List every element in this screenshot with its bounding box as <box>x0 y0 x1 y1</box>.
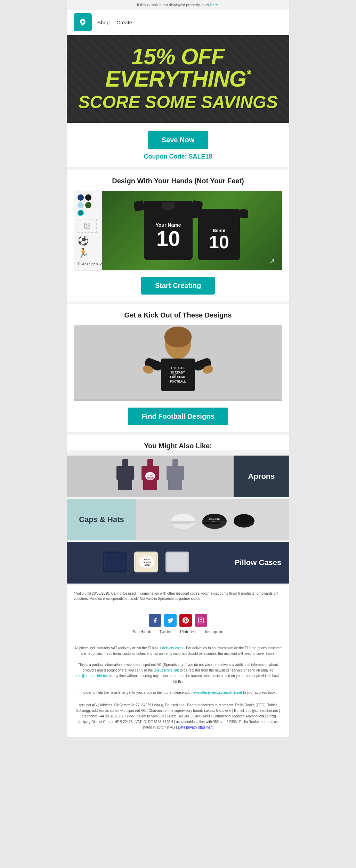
svg-text:THIS GIRL: THIS GIRL <box>171 366 185 370</box>
top-bar-link[interactable]: here. <box>210 3 219 7</box>
caps-images: MONSTER SPIEL <box>136 499 289 540</box>
instagram-label: Instagram <box>205 629 223 634</box>
pinterest-icon[interactable] <box>179 614 192 627</box>
disclaimer: * Valid until 28/05/2018. Cannot be used… <box>67 585 289 607</box>
svg-point-5 <box>164 327 192 347</box>
footer-address: sprd.net AG | Address: Gießerstraße 27, … <box>67 702 289 737</box>
footer-legal: All prices incl. statutory VAT (delivery… <box>67 641 289 702</box>
design-section: Design With Your Hands (Not Your Feet) <box>67 170 289 302</box>
svg-rect-21 <box>147 459 153 467</box>
svg-rect-18 <box>116 466 119 480</box>
pillows-row: YOUR DESIGN HERE Pillow Cases <box>67 542 289 584</box>
arrow-hint: ↗ <box>269 257 275 265</box>
header: Shop Create <box>67 10 289 35</box>
caps-row: Caps & Hats MONSTER SPIEL <box>67 499 289 540</box>
svg-text:MONSTER: MONSTER <box>209 518 220 520</box>
cap-light-icon <box>169 507 197 532</box>
svg-rect-34 <box>171 522 188 524</box>
twitter-icon[interactable] <box>164 614 177 627</box>
nav-shop[interactable]: Shop <box>97 19 110 25</box>
unsubscribe-link[interactable]: unsubscribe link <box>154 668 179 672</box>
pinterest-label: Pinterest <box>180 629 196 634</box>
pillows-images: YOUR DESIGN HERE <box>67 542 227 584</box>
data-privacy-link[interactable]: Data privacy statement <box>178 725 213 729</box>
svg-rect-51 <box>199 618 204 623</box>
also-like-title: You Might Also Like: <box>74 442 282 450</box>
color-dot-black[interactable] <box>85 194 91 201</box>
svg-text:SPIEL: SPIEL <box>212 521 217 523</box>
svg-point-2 <box>86 224 87 225</box>
find-football-wrapper: Find Football Designs <box>74 408 282 425</box>
hero-line1: 15% OFF EVERYTHING* <box>74 46 282 90</box>
instagram-icon[interactable] <box>195 614 207 627</box>
facebook-icon[interactable] <box>149 614 161 627</box>
nav: Shop Create <box>97 19 132 25</box>
running-person-icon[interactable]: 🏃 <box>78 248 89 258</box>
logo[interactable] <box>74 13 92 31</box>
top-bar: If this e-mail is not displayed properly… <box>67 0 289 10</box>
social-section: Facebook Twitter Pinterest Instagram <box>67 607 289 641</box>
color-dot-lightblue[interactable] <box>78 202 84 208</box>
svg-rect-23 <box>156 466 159 480</box>
editor-canvas: Your Name 10 Benni 10 <box>102 191 282 270</box>
cap-dark-text-icon: MONSTER SPIEL <box>201 507 228 532</box>
caps-label[interactable]: Caps & Hats <box>67 499 136 540</box>
twitter-label: Twitter <box>159 629 171 634</box>
football-section-title: Get a Kick Out of These Designs <box>74 311 282 319</box>
pillows-label[interactable]: Pillow Cases <box>227 542 289 584</box>
color-dot-navy[interactable] <box>78 194 84 201</box>
soccer-ball-icon[interactable]: ⚽ <box>78 235 89 246</box>
svg-rect-50 <box>167 553 188 571</box>
editor-sidebar: ⚽ 🏃 T Anzeigen ↗ <box>74 191 102 270</box>
svg-rect-30 <box>167 466 169 480</box>
newsletter-email-link[interactable]: newsletter@reply.spreadshirt.net <box>192 691 242 694</box>
apron-maroon-icon: YOUR DESIGN HERE <box>140 459 161 494</box>
coupon-code: Coupon Code: SALE18 <box>74 153 282 160</box>
also-like-section: You Might Also Like: <box>67 435 289 450</box>
color-dot-green[interactable] <box>85 202 91 208</box>
nav-create[interactable]: Create <box>116 19 132 25</box>
aprons-row: YOUR DESIGN HERE Aprons <box>67 456 289 497</box>
pillow-light-icon <box>164 549 192 577</box>
svg-text:YOUR: YOUR <box>148 474 153 476</box>
hero-banner: 15% OFF EVERYTHING* SCORE SOME SAVINGS <box>67 35 289 123</box>
cta-save-section: Save Now Coupon Code: SALE18 <box>67 123 289 167</box>
hero-line2: SCORE SOME SAVINGS <box>74 92 282 112</box>
tshirt-front-preview: Your Name 10 <box>144 201 193 260</box>
svg-rect-28 <box>168 466 182 490</box>
info-email-link[interactable]: info@spreadshirt.net <box>76 674 108 678</box>
start-creating-button[interactable]: Start Creating <box>141 277 215 295</box>
facebook-label: Facebook <box>133 629 151 634</box>
clip-art-area: ⚽ 🏃 <box>78 235 98 258</box>
color-dot-teal[interactable] <box>78 210 84 216</box>
pillow-dark-icon <box>102 549 129 577</box>
svg-point-13 <box>173 373 176 377</box>
svg-text:HERE: HERE <box>144 564 150 566</box>
svg-rect-22 <box>141 466 144 480</box>
design-section-title: Design With Your Hands (Not Your Feet) <box>74 177 282 185</box>
svg-rect-42 <box>104 553 125 571</box>
tshirt-back-number: 10 <box>209 233 229 251</box>
svg-text:FOR SOME: FOR SOME <box>170 375 186 379</box>
svg-rect-29 <box>172 459 178 467</box>
tshirt-back-preview: Benni 10 <box>198 209 240 260</box>
pillow-design-icon: YOUR DESIGN HERE <box>133 549 161 577</box>
svg-text:HERE: HERE <box>148 479 153 481</box>
start-creating-wrapper: Start Creating <box>74 277 282 295</box>
svg-rect-36 <box>202 522 220 524</box>
apron-dark-icon <box>115 459 136 494</box>
save-now-button[interactable]: Save Now <box>148 131 208 149</box>
delivery-costs-link[interactable]: delivery costs <box>162 646 183 650</box>
svg-text:IS READY: IS READY <box>171 371 185 374</box>
text-tool[interactable]: T Anzeigen ↗ <box>78 261 98 267</box>
svg-rect-17 <box>122 459 128 467</box>
svg-rect-31 <box>181 466 184 480</box>
model-showcase: THIS GIRL IS READY FOR SOME FOOTBALL <box>74 325 282 401</box>
cap-black-icon <box>232 509 256 530</box>
find-football-button[interactable]: Find Football Designs <box>128 408 228 425</box>
aprons-label[interactable]: Aprons <box>234 456 289 497</box>
svg-rect-16 <box>118 466 132 490</box>
svg-rect-6 <box>161 359 195 391</box>
color-palette <box>78 194 98 216</box>
upload-button[interactable] <box>78 219 97 233</box>
